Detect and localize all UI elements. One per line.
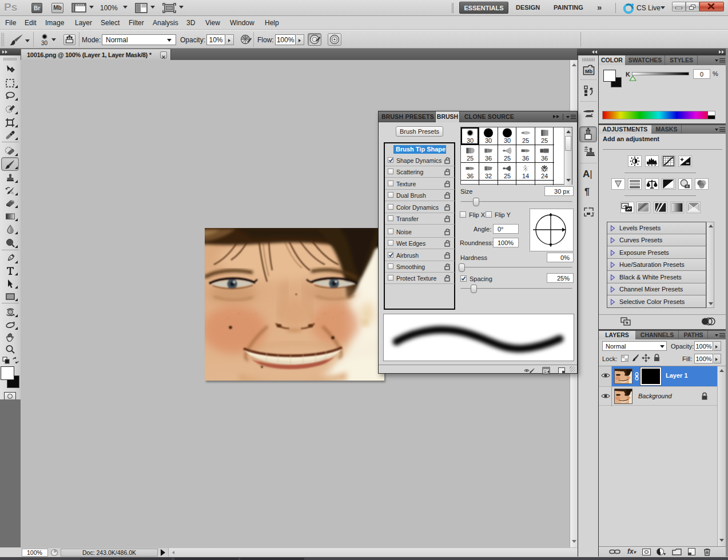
svg-text:Mb: Mb bbox=[585, 69, 592, 74]
